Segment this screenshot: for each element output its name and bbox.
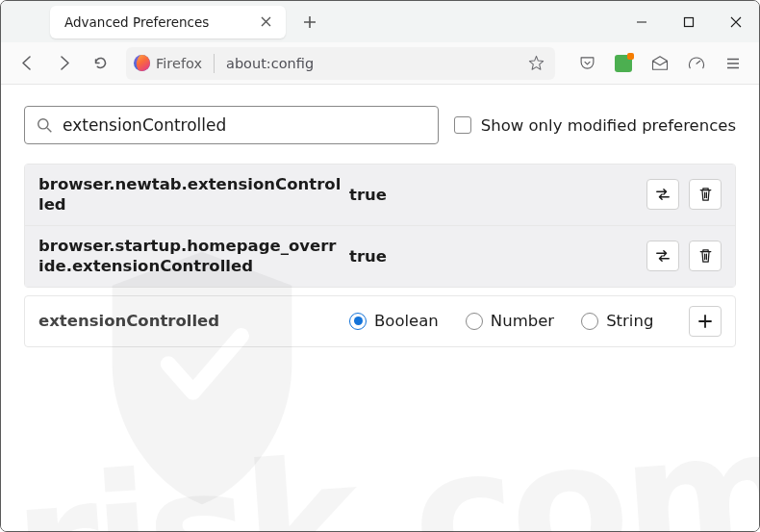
pref-actions [646, 241, 722, 271]
reload-button[interactable] [84, 47, 116, 80]
browser-window: Advanced Preferences [0, 0, 760, 532]
checkbox-icon [454, 116, 471, 134]
radio-boolean[interactable]: Boolean [349, 312, 439, 330]
nav-toolbar: Firefox about:config [1, 42, 759, 85]
radio-icon [466, 313, 483, 330]
inbox-icon[interactable] [644, 47, 676, 80]
radio-label: Number [491, 312, 554, 330]
titlebar-spacer [324, 1, 618, 42]
search-box[interactable] [24, 106, 439, 144]
show-modified-label: Show only modified preferences [481, 116, 736, 135]
pref-row: browser.newtab.extensionControlled true [25, 165, 735, 225]
radio-label: String [606, 312, 653, 330]
pref-name: browser.newtab.extensionControlled [38, 174, 342, 215]
identity-label: Firefox [156, 56, 202, 71]
toolbar-right [570, 47, 749, 80]
toggle-button[interactable] [646, 241, 679, 271]
url-bar[interactable]: Firefox about:config [126, 47, 555, 80]
pref-actions [646, 179, 722, 210]
forward-button[interactable] [47, 47, 80, 80]
search-input[interactable] [63, 115, 426, 135]
svg-point-1 [38, 118, 48, 128]
window-controls [618, 1, 759, 42]
search-row: Show only modified preferences [24, 106, 736, 144]
tab-active[interactable]: Advanced Preferences [50, 6, 286, 38]
content-area: Show only modified preferences browser.n… [1, 85, 759, 531]
pref-row: browser.startup.homepage_override.extens… [25, 225, 735, 287]
tab-strip: Advanced Preferences [1, 1, 324, 42]
close-tab-icon[interactable] [255, 12, 276, 33]
new-pref-name: extensionControlled [38, 311, 342, 331]
tab-title: Advanced Preferences [64, 14, 247, 30]
radio-icon [349, 313, 367, 330]
app-menu-icon[interactable] [717, 47, 749, 80]
search-icon [37, 117, 53, 134]
dashboard-icon[interactable] [680, 47, 713, 80]
firefox-logo-icon [134, 55, 150, 71]
minimize-button[interactable] [618, 1, 665, 42]
urlbar-separator [214, 54, 215, 73]
pref-name: browser.startup.homepage_override.extens… [38, 236, 342, 277]
type-radio-group: Boolean Number String [349, 312, 681, 330]
pref-value: true [349, 186, 639, 204]
prefs-table: browser.newtab.extensionControlled true … [24, 164, 736, 288]
titlebar: Advanced Preferences [1, 1, 759, 42]
back-button[interactable] [11, 47, 43, 80]
pocket-icon[interactable] [570, 47, 603, 80]
show-modified-checkbox[interactable]: Show only modified preferences [454, 116, 736, 135]
radio-label: Boolean [374, 312, 439, 330]
extension-icon[interactable] [607, 47, 640, 80]
delete-button[interactable] [689, 179, 722, 210]
delete-button[interactable] [689, 241, 722, 271]
radio-string[interactable]: String [581, 312, 653, 330]
toggle-button[interactable] [646, 179, 679, 210]
add-button[interactable] [689, 306, 722, 337]
bookmark-star-icon[interactable] [524, 52, 547, 75]
radio-icon [581, 313, 598, 330]
close-window-button[interactable] [712, 1, 759, 42]
new-tab-button[interactable] [295, 8, 324, 37]
pref-value: true [349, 247, 639, 266]
radio-number[interactable]: Number [466, 312, 554, 330]
url-text: about:config [226, 56, 519, 71]
maximize-button[interactable] [665, 1, 712, 42]
svg-rect-0 [684, 17, 693, 26]
pref-actions [689, 306, 722, 337]
new-pref-row: extensionControlled Boolean Number Strin… [24, 295, 736, 347]
